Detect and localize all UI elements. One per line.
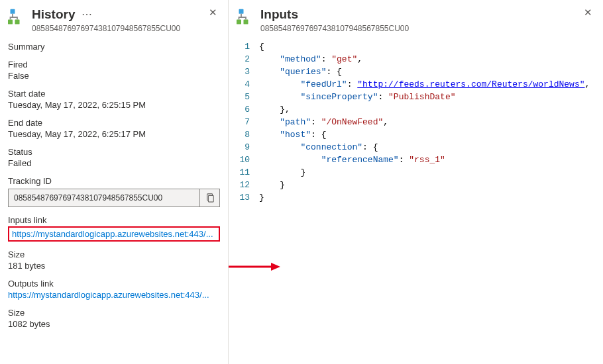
line-number: 4 <box>237 78 259 91</box>
code-line: 8 "host": { <box>237 128 595 141</box>
end-date-label: End date <box>8 118 220 128</box>
code-content: }, <box>259 103 290 116</box>
start-date-label: Start date <box>8 89 220 99</box>
code-content: "sinceProperty": "PublishDate" <box>259 91 455 103</box>
tracking-id-field: 08585487697697438107948567855CU00 <box>8 189 220 207</box>
status-value: Failed <box>8 158 220 168</box>
code-content: "method": "get", <box>259 53 362 66</box>
code-content: "host": { <box>259 128 326 141</box>
svg-rect-8 <box>237 20 241 24</box>
code-line: 13} <box>237 191 595 204</box>
history-subtitle: 08585487697697438107948567855CU00 <box>32 23 220 34</box>
inputs-subtitle: 08585487697697438107948567855CU00 <box>260 23 595 34</box>
code-content: "connection": { <box>259 141 378 154</box>
svg-rect-1 <box>8 20 13 24</box>
line-number: 12 <box>237 179 259 191</box>
outputs-link[interactable]: https://mystandardlogicapp.azurewebsites… <box>8 290 220 300</box>
json-editor[interactable]: 1{2 "method": "get",3 "queries": {4 "fee… <box>237 40 595 204</box>
fired-value: False <box>8 71 220 81</box>
svg-rect-4 <box>208 196 213 203</box>
line-number: 5 <box>237 91 259 103</box>
svg-rect-9 <box>244 20 248 24</box>
line-number: 7 <box>237 116 259 128</box>
code-line: 7 "path": "/OnNewFeed", <box>237 116 595 128</box>
svg-rect-0 <box>11 9 15 14</box>
more-button[interactable]: ⋯ <box>79 8 95 21</box>
end-date-value: Tuesday, May 17, 2022, 6:25:17 PM <box>8 129 220 139</box>
line-number: 3 <box>237 66 259 78</box>
code-content: "queries": { <box>259 66 342 78</box>
close-icon[interactable]: ✕ <box>580 5 596 20</box>
logic-app-icon <box>237 8 255 26</box>
code-line: 1{ <box>237 40 595 53</box>
code-line: 4 "feedUrl": "http://feeds.reuters.com/R… <box>237 78 595 91</box>
inputs-title: Inputs <box>260 7 298 21</box>
line-number: 9 <box>237 141 259 154</box>
summary-label: Summary <box>8 42 220 52</box>
inputs-link-label: Inputs link <box>8 215 220 225</box>
code-line: 9 "connection": { <box>237 141 595 154</box>
inputs-link-highlight: https://mystandardlogicapp.azurewebsites… <box>8 226 220 242</box>
inputs-header: Inputs 08585487697697438107948567855CU00 <box>237 7 595 34</box>
code-line: 5 "sinceProperty": "PublishDate" <box>237 91 595 103</box>
tracking-id-value: 08585487697697438107948567855CU00 <box>9 193 199 203</box>
outputs-link-label: Outputs link <box>8 279 220 289</box>
code-line: 10 "referenceName": "rss_1" <box>237 154 595 166</box>
code-line: 6 }, <box>237 103 595 116</box>
code-content: } <box>259 166 305 179</box>
fired-label: Fired <box>8 60 220 69</box>
code-content: { <box>259 40 264 53</box>
line-number: 13 <box>237 191 259 204</box>
line-number: 2 <box>237 53 259 66</box>
line-number: 11 <box>237 166 259 179</box>
line-number: 10 <box>237 154 259 166</box>
svg-rect-2 <box>15 20 20 24</box>
code-content: "feedUrl": "http://feeds.reuters.com/Reu… <box>259 78 590 91</box>
history-header: History ⋯ 08585487697697438107948567855C… <box>8 7 220 34</box>
history-title: History <box>32 7 75 23</box>
inputs-size-label: Size <box>8 250 220 259</box>
history-panel: History ⋯ 08585487697697438107948567855C… <box>0 0 229 364</box>
status-label: Status <box>8 147 220 157</box>
line-number: 1 <box>237 40 259 53</box>
close-icon[interactable]: ✕ <box>205 5 221 20</box>
code-content: } <box>259 191 264 204</box>
code-line: 3 "queries": { <box>237 66 595 78</box>
code-line: 12 } <box>237 179 595 191</box>
code-content: "referenceName": "rss_1" <box>259 154 445 166</box>
code-line: 11 } <box>237 166 595 179</box>
inputs-link[interactable]: https://mystandardlogicapp.azurewebsites… <box>12 229 216 239</box>
code-content: "path": "/OnNewFeed", <box>259 116 388 128</box>
code-content: } <box>259 179 285 191</box>
outputs-size-value: 1082 bytes <box>8 319 220 329</box>
inputs-panel: Inputs 08585487697697438107948567855CU00… <box>229 0 603 364</box>
start-date-value: Tuesday, May 17, 2022, 6:25:15 PM <box>8 100 220 110</box>
code-line: 2 "method": "get", <box>237 53 595 66</box>
tracking-id-label: Tracking ID <box>8 176 220 186</box>
svg-rect-7 <box>239 9 244 14</box>
line-number: 8 <box>237 128 259 141</box>
line-number: 6 <box>237 103 259 116</box>
copy-button[interactable] <box>199 189 219 206</box>
outputs-size-label: Size <box>8 308 220 318</box>
copy-icon <box>205 193 215 203</box>
inputs-size-value: 181 bytes <box>8 261 220 271</box>
logic-app-icon <box>8 8 27 26</box>
